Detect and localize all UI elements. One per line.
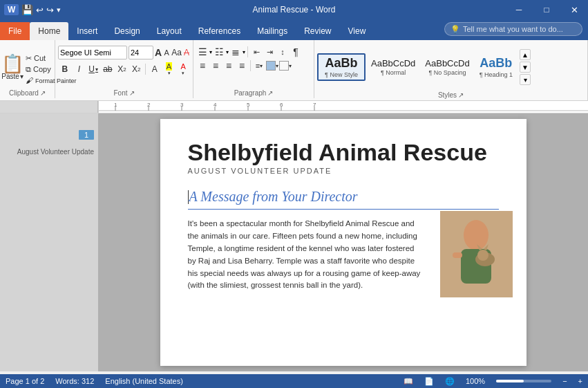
superscript-button[interactable]: X2 xyxy=(129,62,143,76)
style-heading1-label: ¶ Heading 1 xyxy=(480,71,513,78)
shrink-font-button[interactable]: A xyxy=(163,46,170,59)
sort-button[interactable]: ↕ xyxy=(276,46,289,58)
page-number-badge: 1 xyxy=(79,130,94,140)
zoom-in-icon[interactable]: + xyxy=(578,377,582,385)
clipboard-label: Clipboard xyxy=(9,89,39,97)
align-right-button[interactable]: ≡ xyxy=(222,59,235,72)
tab-home[interactable]: Home xyxy=(30,22,68,40)
zoom-out-icon[interactable]: − xyxy=(562,377,567,385)
paragraph-expand-icon[interactable]: ↗ xyxy=(267,89,273,97)
numbering-button[interactable]: ☷ xyxy=(213,46,225,58)
window-controls[interactable]: ─ □ ✕ xyxy=(505,0,588,19)
strikethrough-button[interactable]: ab xyxy=(101,62,115,76)
paste-button[interactable]: 📋 Paste▾ xyxy=(3,53,22,82)
font-expand-icon[interactable]: ↗ xyxy=(129,89,135,97)
svg-text:6: 6 xyxy=(280,102,283,108)
tab-file[interactable]: File xyxy=(0,22,30,40)
style-normal[interactable]: AaBbCcDd ¶ Normal xyxy=(367,55,419,80)
zoom-slider[interactable] xyxy=(496,380,551,382)
view-read-icon[interactable]: 📖 xyxy=(404,377,413,386)
style-new-style[interactable]: AaBb ¶ New Style xyxy=(317,53,366,81)
bookmark-label: August Volunteer Update xyxy=(17,148,94,156)
clipboard-expand-icon[interactable]: ↗ xyxy=(40,89,46,97)
multilevel-list-button[interactable]: ≣ xyxy=(229,46,242,58)
grow-font-button[interactable]: A xyxy=(155,46,162,59)
tell-me-input[interactable]: 💡 Tell me what you want to do... xyxy=(444,22,582,36)
document-body: It's been a spectacular month for Shelby… xyxy=(188,218,423,292)
decrease-indent-button[interactable]: ⇤ xyxy=(250,46,263,58)
styles-expand-icon[interactable]: ↗ xyxy=(458,91,464,99)
save-icon[interactable]: 💾 xyxy=(21,4,33,15)
clipboard-section: 📋 Paste▾ ✂ Cut ⧉ Copy 🖌 Format Painter C… xyxy=(0,40,55,98)
clear-format-button[interactable]: A xyxy=(183,46,190,59)
styles-section: AaBb ¶ New Style AaBbCcDd ¶ Normal AaBbC… xyxy=(314,40,588,100)
align-left-button[interactable]: ≡ xyxy=(196,59,209,72)
tab-design[interactable]: Design xyxy=(106,22,148,40)
highlight-button[interactable]: A ▾ xyxy=(162,62,176,76)
style-heading1-preview: AaBb xyxy=(480,56,512,71)
tell-me-placeholder: Tell me what you want to do... xyxy=(463,25,563,33)
paragraph-label: Paragraph xyxy=(234,89,267,97)
style-no-spacing[interactable]: AaBbCcDd ¶ No Spacing xyxy=(421,55,473,80)
bold-button[interactable]: B xyxy=(58,62,72,76)
shading-button[interactable]: ▾ xyxy=(266,59,278,72)
font-label: Font xyxy=(113,89,127,97)
svg-point-16 xyxy=(464,220,489,250)
svg-text:2: 2 xyxy=(147,102,151,108)
photo-svg xyxy=(440,211,513,297)
font-size-input[interactable] xyxy=(129,46,153,59)
styles-scroll-down[interactable]: ▼ xyxy=(520,62,531,73)
font-section: A A Aa A B I U▾ ab X2 X2 A A ▾ xyxy=(55,40,193,98)
status-page-info: Page 1 of 2 xyxy=(6,377,44,385)
styles-label: Styles xyxy=(438,91,457,99)
document-photo xyxy=(440,211,513,297)
tab-insert[interactable]: Insert xyxy=(68,22,106,40)
status-word-count: Words: 312 xyxy=(55,377,94,385)
document-subtitle: AUGUST VOLUNTEER UPDATE xyxy=(188,167,499,175)
title-bar-controls: W 💾 ↩ ↪ ▾ xyxy=(0,4,61,15)
font-name-input[interactable] xyxy=(58,46,127,59)
document-heading: A Message from Your Director xyxy=(188,189,499,210)
close-button[interactable]: ✕ xyxy=(560,0,588,19)
tab-view[interactable]: View xyxy=(340,22,374,40)
status-language: English (United States) xyxy=(105,377,183,385)
view-web-icon[interactable]: 🌐 xyxy=(445,377,455,386)
style-normal-label: ¶ Normal xyxy=(381,69,406,76)
page-body[interactable]: Shelbyfield Animal Rescue AUGUST VOLUNTE… xyxy=(160,119,527,366)
svg-text:1: 1 xyxy=(114,102,117,108)
subscript-button[interactable]: X2 xyxy=(115,62,129,76)
line-spacing-button[interactable]: ≡▾ xyxy=(253,59,265,72)
text-effects-button[interactable]: A xyxy=(148,62,162,76)
tab-mailings[interactable]: Mailings xyxy=(249,22,296,40)
view-print-icon[interactable]: 📄 xyxy=(424,377,434,386)
document-title: Shelbyfield Animal Rescue xyxy=(188,140,499,165)
document-page: Shelbyfield Animal Rescue AUGUST VOLUNTE… xyxy=(98,113,588,371)
redo-icon[interactable]: ↪ xyxy=(46,5,54,15)
tab-references[interactable]: References xyxy=(190,22,249,40)
cursor-bar xyxy=(188,190,189,204)
justify-button[interactable]: ≡ xyxy=(236,59,248,72)
undo-icon[interactable]: ↩ xyxy=(36,5,44,15)
style-new-style-label: ¶ New Style xyxy=(325,71,358,78)
style-heading1[interactable]: AaBb ¶ Heading 1 xyxy=(475,53,517,81)
style-no-spacing-preview: AaBbCcDd xyxy=(425,58,469,70)
borders-button[interactable]: ▾ xyxy=(279,59,292,72)
ruler-side xyxy=(0,101,98,113)
show-marks-button[interactable]: ¶ xyxy=(290,46,302,58)
italic-button[interactable]: I xyxy=(73,62,86,76)
menu-tabs: File Home Insert Design Layout Reference… xyxy=(0,19,588,40)
minimize-button[interactable]: ─ xyxy=(505,0,533,19)
bullets-button[interactable]: ☰ xyxy=(196,46,209,58)
tab-layout[interactable]: Layout xyxy=(149,22,190,40)
increase-indent-button[interactable]: ⇥ xyxy=(263,46,276,58)
maximize-button[interactable]: □ xyxy=(533,0,560,19)
font-color-button[interactable]: A ▾ xyxy=(176,62,190,76)
underline-button[interactable]: U▾ xyxy=(86,62,100,76)
change-case-button[interactable]: Aa xyxy=(171,46,182,59)
styles-more[interactable]: ▾ xyxy=(520,74,531,85)
svg-text:3: 3 xyxy=(180,102,184,108)
align-center-button[interactable]: ≡ xyxy=(209,59,222,72)
tab-review[interactable]: Review xyxy=(296,22,339,40)
customize-icon[interactable]: ▾ xyxy=(57,6,61,15)
styles-scroll-up[interactable]: ▲ xyxy=(520,49,531,60)
